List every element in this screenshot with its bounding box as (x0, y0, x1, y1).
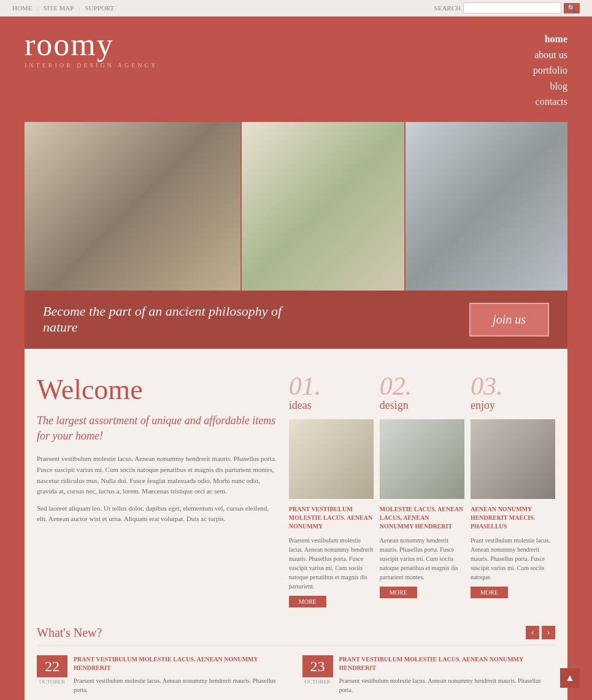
news-date-box-2: 23 OCTOBER (302, 655, 333, 700)
logo: roomy (25, 29, 158, 61)
news-item-2: 23 OCTOBER PRANT VESTIBULUM MOLESTIE LAC… (302, 655, 556, 700)
welcome-title: Welcome (37, 373, 277, 406)
cta-text: Become the part of an ancient philosophy… (43, 303, 301, 335)
logo-area: roomy INTERIOR DESIGN AGENCY (25, 29, 158, 69)
hero-image-1 (25, 122, 240, 291)
news-date-month-2: OCTOBER (302, 679, 333, 685)
feature-3-num: 03. (471, 373, 555, 399)
nav-blog[interactable]: blog (533, 78, 567, 94)
whats-new-title: What's New? (37, 626, 102, 640)
hero-image-3 (406, 122, 567, 291)
feature-columns: 01. ideas PRANT VESTIBULUM MOLESTIE LACU… (289, 373, 555, 607)
feature-1-image (289, 419, 374, 499)
news-body-1: Praesent vestibulum molestie lacus. Aene… (74, 676, 290, 694)
nav-home[interactable]: home (533, 31, 567, 47)
nav-about[interactable]: about us (533, 47, 567, 63)
search-label: SEARCH (434, 4, 461, 12)
welcome-para-1: Praesent vestibulum molestie lacus. Aene… (37, 454, 277, 496)
whats-new-arrows: ‹ › (526, 626, 555, 639)
news-grid: 22 OCTOBER PRANT VESTIBULUM MOLESTIE LAC… (37, 655, 555, 700)
feature-col-3: 03. enjoy AENEAN NONUMMY HENDRERIT MAECI… (471, 373, 555, 607)
nav-portfolio[interactable]: portfolio (533, 63, 567, 78)
top-bar-home[interactable]: HOME (12, 4, 32, 12)
feature-col-2: 02. design MOLESTIE LACUS. AENEAN LACUS,… (380, 373, 464, 607)
news-body-2: Praesent vestibulum molestie lacus. Aene… (339, 676, 556, 694)
feature-2-image (380, 419, 464, 499)
top-bar: HOME | SITE MAP | SUPPORT SEARCH 🔍 (0, 0, 592, 17)
join-us-button[interactable]: join us (469, 303, 549, 337)
logo-subtitle: INTERIOR DESIGN AGENCY (25, 62, 158, 69)
news-date-num-1: 22 (37, 655, 67, 677)
whats-new-prev[interactable]: ‹ (526, 626, 539, 639)
welcome-section: Welcome The largest assortment of unique… (37, 373, 555, 607)
top-bar-nav: HOME | SITE MAP | SUPPORT (12, 4, 114, 12)
top-bar-support[interactable]: SUPPORT (85, 4, 115, 12)
feature-1-label: ideas (289, 399, 374, 412)
hero-image-2 (242, 122, 404, 291)
main-content: Welcome The largest assortment of unique… (25, 349, 567, 700)
feature-2-num: 02. (380, 373, 464, 399)
feature-1-caption: PRANT VESTIBULUM MOLESTIE LACUS. AENEAN … (289, 505, 374, 531)
scroll-top-button[interactable]: ▲ (560, 668, 580, 688)
feature-3-image (471, 419, 555, 499)
whats-new-header: What's New? ‹ › (37, 626, 555, 645)
news-headline-2: PRANT VESTIBULUM MOLESTIE LACUS. AENEAN … (339, 655, 556, 672)
hero-section (25, 122, 567, 291)
welcome-para-2: Sed laoreet aliquam leo. Ut tellus dolor… (37, 503, 277, 525)
search-input[interactable] (463, 2, 561, 13)
search-button[interactable]: 🔍 (564, 3, 580, 13)
feature-1-text: Praesent vestibulum molestie lacus. Aene… (289, 536, 374, 591)
whats-new-next[interactable]: › (542, 626, 555, 639)
top-bar-sitemap[interactable]: SITE MAP (44, 4, 74, 12)
feature-3-label: enjoy (471, 399, 555, 412)
news-headline-1: PRANT VESTIBULUM MOLESTIE LACUS. AENEAN … (74, 655, 290, 672)
news-date-box-1: 22 OCTOBER (37, 655, 67, 700)
feature-2-more[interactable]: MORE (380, 587, 417, 598)
cta-banner: Become the part of an ancient philosophy… (25, 291, 567, 349)
feature-1-more[interactable]: MORE (289, 596, 326, 607)
feature-1-num: 01. (289, 373, 374, 399)
news-date-num-2: 23 (302, 655, 333, 677)
feature-3-more[interactable]: MORE (471, 587, 508, 598)
feature-3-text: Prant vestibulum molestie lacus. Aenean … (471, 536, 555, 582)
feature-2-label: design (380, 399, 464, 412)
whats-new-section: What's New? ‹ › 22 OCTOBER PRANT VESTIBU… (37, 626, 555, 700)
feature-2-text: Aenean nonummy hendrerit mauris. Phasell… (380, 536, 464, 582)
news-date-month-1: OCTOBER (37, 679, 67, 685)
feature-2-caption: MOLESTIE LACUS. AENEAN LACUS, AENEAN NON… (380, 505, 464, 531)
search-bar: SEARCH 🔍 (434, 2, 580, 13)
news-content-1: PRANT VESTIBULUM MOLESTIE LACUS. AENEAN … (74, 655, 290, 700)
header: roomy INTERIOR DESIGN AGENCY home about … (0, 17, 592, 122)
feature-col-1: 01. ideas PRANT VESTIBULUM MOLESTIE LACU… (289, 373, 374, 607)
welcome-left: Welcome The largest assortment of unique… (37, 373, 277, 607)
main-nav: home about us portfolio blog contacts (533, 31, 567, 110)
nav-contacts[interactable]: contacts (533, 94, 567, 110)
feature-3-caption: AENEAN NONUMMY HENDRERIT MAECIS. PHASELL… (471, 505, 555, 531)
news-item-1: 22 OCTOBER PRANT VESTIBULUM MOLESTIE LAC… (37, 655, 290, 700)
welcome-subtitle: The largest assortment of unique and aff… (37, 413, 277, 444)
news-content-2: PRANT VESTIBULUM MOLESTIE LACUS. AENEAN … (339, 655, 556, 700)
